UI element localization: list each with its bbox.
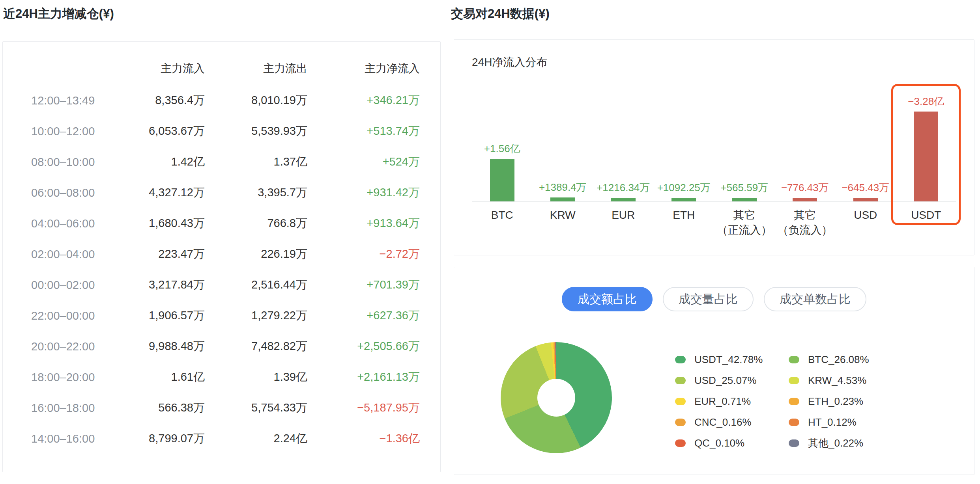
bar[interactable] [732,198,757,201]
inflow-cell: 8,356.4万 [122,93,205,108]
legend-item-EUR[interactable]: EUR_0.71% [675,391,789,412]
right-panel-title: 交易对24H数据(¥) [451,6,550,22]
bar-value-label: −645.43万 [842,181,889,195]
time-range-cell: 22:00–00:00 [31,309,122,322]
flow-table-body: 12:00–13:498,356.4万8,010.19万+346.21万10:0… [31,85,420,454]
legend-swatch-icon [675,419,686,426]
legend-swatch-icon [675,398,686,405]
time-range-cell: 20:00–22:00 [31,340,122,353]
bar[interactable] [490,159,514,201]
outflow-cell: 766.8万 [205,216,307,231]
netflow-chart-subtitle: 24H净流入分布 [472,55,547,70]
outflow-cell: 8,010.19万 [205,93,307,108]
dashboard: 近24H主力增减仓(¥) 交易对24H数据(¥) 主力流入 主力流出 主力净流入… [0,0,980,484]
table-row: 20:00–22:009,988.48万7,482.82万+2,505.66万 [31,331,420,362]
legend-swatch-icon [789,398,799,405]
legend-swatch-icon [789,419,799,426]
net-inflow-cell: +627.36万 [307,308,420,324]
inflow-cell: 4,327.12万 [122,185,205,201]
legend-item-USD[interactable]: USD_25.07% [675,370,789,391]
bar[interactable] [793,198,817,201]
outflow-cell: 3,395.7万 [205,185,307,201]
netflow-bar-chart: +1.56亿BTC+1389.4万KRW+1216.34万EUR+1092.25… [472,84,956,202]
outflow-cell: 1,279.22万 [205,308,307,324]
legend-swatch-icon [675,377,686,384]
outflow-cell: 1.37亿 [205,154,307,170]
time-range-cell: 14:00–16:00 [31,432,122,445]
share-tabs: 成交额占比成交量占比成交单数占比 [454,287,974,311]
legend-item-其他[interactable]: 其他_0.22% [789,433,869,454]
time-range-cell: 16:00–18:00 [31,402,122,415]
bar-column-BTC[interactable]: +1.56亿BTC [472,84,533,201]
legend-item-KRW[interactable]: KRW_4.53% [789,370,869,391]
table-row: 22:00–00:001,906.57万1,279.22万+627.36万 [31,300,420,331]
legend-item-USDT[interactable]: USDT_42.78% [675,349,789,370]
time-range-cell: 02:00–04:00 [31,248,122,261]
bar-column-USD[interactable]: −645.43万USD [835,84,896,201]
net-inflow-cell: −2.72万 [307,246,420,262]
legend-label: BTC_26.08% [808,354,869,366]
inflow-cell: 1,906.57万 [122,308,205,324]
inflow-cell: 1,680.43万 [122,216,205,231]
inflow-cell: 566.38万 [122,400,205,416]
bar-category-label: EUR [612,208,635,223]
bar-category-label: 其它（负流入） [777,208,832,238]
bar[interactable] [671,198,696,201]
table-row: 02:00–04:00223.47万226.19万−2.72万 [31,239,420,270]
bar[interactable] [611,198,636,201]
legend-label: 其他_0.22% [808,436,863,450]
legend-swatch-icon [789,377,799,384]
time-range-cell: 10:00–12:00 [31,125,122,138]
bar-category-label: KRW [550,208,576,223]
legend-label: QC_0.10% [694,437,744,449]
net-inflow-cell: +2,161.13万 [307,369,420,385]
table-row: 16:00–18:00566.38万5,754.33万−5,187.95万 [31,393,420,423]
tab-成交额占比[interactable]: 成交额占比 [562,287,653,311]
netflow-chart-card: 24H净流入分布 +1.56亿BTC+1389.4万KRW+1216.34万EU… [454,39,974,255]
net-inflow-cell: +513.74万 [307,123,420,139]
legend-label: KRW_4.53% [808,374,866,387]
bar-value-label: +565.59万 [720,181,768,195]
net-inflow-cell: +701.39万 [307,277,420,293]
bar-category-label: BTC [491,208,513,223]
bar-value-label: −776.43万 [781,181,829,195]
inflow-cell: 6,053.67万 [122,123,205,139]
net-inflow-cell: +931.42万 [307,185,420,201]
time-range-cell: 12:00–13:49 [31,94,122,107]
outflow-cell: 7,482.82万 [205,339,307,354]
bar-category-label: ETH [673,208,695,223]
legend-item-ETH[interactable]: ETH_0.23% [789,391,869,412]
legend-item-QC[interactable]: QC_0.10% [675,433,789,454]
legend-label: USDT_42.78% [694,354,763,366]
share-chart-card: 成交额占比成交量占比成交单数占比 USDT_42.78%BTC_26.08%US… [454,267,974,475]
tab-成交量占比[interactable]: 成交量占比 [663,287,754,311]
time-range-cell: 06:00–08:00 [31,186,122,199]
bar-column-其它[interactable]: +565.59万其它（正流入） [714,84,775,201]
time-range-cell: 04:00–06:00 [31,217,122,230]
bar-column-其它[interactable]: −776.43万其它（负流入） [775,84,836,201]
outflow-cell: 5,539.93万 [205,123,307,139]
legend-label: USD_25.07% [694,374,757,387]
net-inflow-cell: −1.36亿 [307,431,420,447]
bar-column-USDT[interactable]: −3.28亿USDT [896,84,957,201]
bar-column-KRW[interactable]: +1389.4万KRW [533,84,593,201]
bar-column-ETH[interactable]: +1092.25万ETH [654,84,714,201]
bar-value-label: +1389.4万 [539,181,587,194]
outflow-cell: 226.19万 [205,246,307,262]
legend-swatch-icon [789,439,799,447]
bar[interactable] [914,112,938,201]
table-row: 06:00–08:004,327.12万3,395.7万+931.42万 [31,177,420,208]
legend-item-CNC[interactable]: CNC_0.16% [675,412,789,433]
legend-item-BTC[interactable]: BTC_26.08% [789,349,869,370]
table-row: 08:00–10:001.42亿1.37亿+524万 [31,147,420,177]
bar[interactable] [853,198,878,201]
net-inflow-cell: −5,187.95万 [307,400,420,416]
outflow-cell: 5,754.33万 [205,400,307,416]
share-legend: USDT_42.78%BTC_26.08%USD_25.07%KRW_4.53%… [675,349,869,454]
legend-item-HT[interactable]: HT_0.12% [789,412,869,433]
tab-成交单数占比[interactable]: 成交单数占比 [764,287,866,311]
bar-category-label: 其它（正流入） [717,208,772,238]
header-net: 主力净流入 [307,61,420,76]
bar-column-EUR[interactable]: +1216.34万EUR [593,84,654,201]
bar[interactable] [550,197,575,201]
